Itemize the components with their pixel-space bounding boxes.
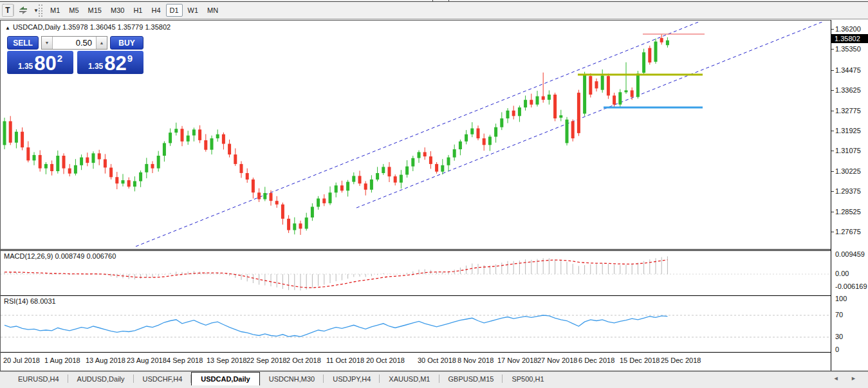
date-tick-label: 13 Aug 2018 (86, 356, 125, 364)
timeframe-button-h4[interactable]: H4 (147, 4, 164, 17)
date-tick-label: 30 Oct 2018 (418, 356, 456, 364)
rsi-tick-label: 100 (835, 295, 847, 302)
rsi-chart-canvas[interactable] (1, 296, 831, 352)
tab-scroll-arrows[interactable]: ◄ ► (833, 375, 862, 382)
price-tick-label: 1.32775 (835, 107, 861, 115)
chart-tab-usdcad-daily[interactable]: USDCAD,Daily (191, 372, 259, 385)
axis-tick (831, 131, 834, 131)
volume-decrease-button[interactable]: ▼ (42, 37, 53, 49)
chart-tab-bar: EURUSD,H4AUDUSD,DailyUSDCHF,H4USDCAD,Dai… (0, 371, 868, 388)
date-tick-label: 25 Dec 2018 (661, 356, 701, 364)
date-tick-label: 15 Dec 2018 (620, 356, 660, 364)
price-axis[interactable]: 1.362001.353501.344751.336251.327751.319… (831, 20, 868, 371)
macd-chart-canvas[interactable] (1, 251, 831, 296)
axis-tick (831, 90, 834, 91)
volume-spinner: ▼ 0.50 ▲ (41, 36, 107, 50)
timeframe-button-mn[interactable]: MN (203, 4, 222, 17)
timeframe-button-w1[interactable]: W1 (184, 4, 203, 17)
buy-price-prefix: 1.35 (88, 62, 103, 71)
price-tick-label: 1.28525 (835, 208, 861, 216)
timeframe-button-m5[interactable]: M5 (65, 4, 82, 17)
buy-price-panel[interactable]: 1.35 82 9 (77, 51, 143, 74)
macd-tick-label: 0.009459 (835, 250, 865, 258)
toolbar-separator (14, 5, 14, 16)
rsi-tick-label: 30 (835, 333, 843, 340)
chart-tab-usdchf-h4[interactable]: USDCHF,H4 (134, 372, 192, 385)
chart-tab-gbpusd-m15[interactable]: GBPUSD,M15 (439, 372, 503, 385)
axis-tick (831, 171, 834, 172)
chart-window[interactable]: ▲USDCAD,Daily 1.35978 1.36045 1.35779 1.… (0, 20, 868, 371)
text-label-tool-icon[interactable]: T (2, 4, 14, 17)
sell-button[interactable]: SELL (7, 36, 39, 50)
chart-tab-xauusd-m1[interactable]: XAUUSD,M1 (380, 372, 439, 385)
date-tick-label: 20 Oct 2018 (366, 356, 405, 364)
chart-tabs: EURUSD,H4AUDUSD,DailyUSDCHF,H4USDCAD,Dai… (9, 372, 553, 385)
chart-tab-eurusd-h4[interactable]: EURUSD,H4 (9, 372, 68, 385)
chart-tab-usdjpy-h4[interactable]: USDJPY,H4 (324, 372, 380, 385)
date-tick-label: 11 Oct 2018 (326, 356, 364, 364)
timeframe-button-h1[interactable]: H1 (129, 4, 146, 17)
date-tick-label: 1 Aug 2018 (44, 356, 80, 364)
macd-tick-label: 0.00 (835, 270, 849, 277)
timeframe-button-m30[interactable]: M30 (107, 4, 128, 17)
buy-price-pip: 9 (127, 53, 133, 64)
rsi-tick-label: 70 (835, 311, 843, 319)
axis-tick (831, 191, 834, 192)
toolbar-grip[interactable] (39, 5, 42, 17)
timeframe-bar: M1M5M15M30H1H4D1W1MN (46, 4, 222, 17)
chart-tab-usdcnh-m30[interactable]: USDCNH,M30 (260, 372, 324, 385)
sell-price-prefix: 1.35 (18, 62, 33, 71)
axis-tick (831, 232, 834, 232)
buy-button[interactable]: BUY (110, 36, 143, 50)
date-tick-label: 20 Jul 2018 (3, 356, 40, 364)
toolbar: T ▼ M1M5M15M30H1H4D1W1MN (0, 2, 868, 19)
arrows-glyph (17, 5, 29, 15)
price-tick-label: 1.27675 (835, 228, 861, 236)
axis-tick (831, 29, 834, 30)
date-axis[interactable]: 20 Jul 20181 Aug 201813 Aug 201823 Aug 2… (1, 353, 831, 371)
date-tick-label: 4 Sep 2018 (167, 356, 203, 364)
axis-tick (831, 212, 834, 212)
price-tick-label: 1.29375 (835, 187, 861, 195)
one-click-trade-widget: SELL ▼ 0.50 ▲ BUY 1.35 80 2 1.35 82 9 (7, 36, 143, 89)
sell-price-main: 80 (34, 54, 56, 73)
price-tick-label: 1.33625 (835, 86, 861, 94)
sell-price-panel[interactable]: 1.35 80 2 (7, 51, 73, 74)
price-tick-label: 1.31075 (835, 147, 861, 154)
chart-tab-audusd-daily[interactable]: AUDUSD,Daily (68, 372, 134, 385)
axis-tick (831, 151, 834, 151)
panel-divider[interactable] (1, 249, 831, 250)
timeframe-button-m1[interactable]: M1 (46, 4, 64, 17)
price-tick-label: 1.35350 (835, 45, 861, 53)
timeframe-button-d1[interactable]: D1 (166, 4, 183, 17)
rsi-label: RSI(14) 68.0031 (4, 297, 56, 305)
volume-input[interactable]: 0.50 (53, 37, 96, 49)
timeframe-button-m15[interactable]: M15 (84, 4, 106, 17)
date-tick-label: 17 Nov 2018 (497, 356, 537, 364)
macd-label: MACD(12,26,9) 0.008749 0.006760 (4, 252, 116, 260)
rsi-tick-label: 0 (835, 346, 839, 353)
price-tick-label: 1.36200 (835, 25, 861, 33)
date-tick-label: 23 Aug 2018 (127, 356, 167, 364)
axis-tick (831, 111, 834, 111)
date-tick-label: 22 Sep 2018 (246, 356, 286, 364)
axis-tick (831, 49, 834, 50)
date-tick-label: 13 Sep 2018 (207, 356, 246, 364)
date-tick-label: 8 Nov 2018 (457, 356, 494, 364)
buy-price-main: 82 (104, 54, 126, 73)
price-tick-label: 1.31925 (835, 127, 861, 134)
price-tick-label: 1.34475 (835, 66, 861, 74)
current-price-badge: 1.35802 (831, 34, 868, 43)
price-tick-label: 1.30225 (835, 167, 861, 175)
sell-price-pip: 2 (57, 53, 62, 64)
macd-tick-label: -0.006169 (835, 282, 867, 290)
volume-increase-button[interactable]: ▲ (96, 37, 107, 49)
date-tick-label: 27 Nov 2018 (537, 356, 577, 364)
date-tick-label: 6 Dec 2018 (578, 356, 614, 364)
chart-tab-sp500-h1[interactable]: SP500,H1 (503, 372, 553, 385)
date-tick-label: 2 Oct 2018 (286, 356, 321, 364)
arrange-arrows-icon[interactable] (17, 4, 32, 17)
axis-tick (831, 70, 834, 71)
